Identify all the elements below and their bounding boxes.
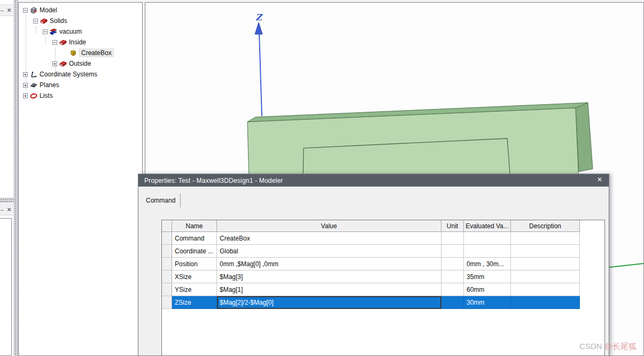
tree-item-model[interactable]: − Model <box>19 5 142 16</box>
collapse-icon[interactable]: − <box>23 8 28 13</box>
tree-item-label[interactable]: Model <box>40 6 57 14</box>
cell-value[interactable]: 0mm ,$Mag[0] ,0mm <box>217 258 441 270</box>
dialog-title: Properties: Test - Maxwell3DDesign1 - Mo… <box>144 177 283 184</box>
cell-unit[interactable] <box>441 296 464 309</box>
table-row[interactable]: Position 0mm ,$Mag[0] ,0mm 0mm , 30m... <box>162 258 604 270</box>
row-header-cell[interactable] <box>162 270 172 283</box>
row-header-cell[interactable] <box>162 258 172 270</box>
cell-name[interactable]: XSize <box>172 270 217 283</box>
tree-item-createbox[interactable]: CreateBox <box>19 48 142 58</box>
tree-item-label[interactable]: Lists <box>40 92 53 99</box>
column-header-unit[interactable]: Unit <box>441 220 464 232</box>
column-header-evaluated[interactable]: Evaluated Va... <box>464 220 511 232</box>
table-row-selected[interactable]: ZSize $Mag[2]/2-$Mag[0] 30mm <box>162 296 604 309</box>
table-row[interactable]: YSize $Mag[1] 60mm <box>162 283 604 296</box>
dialog-tab-strip: Command <box>145 194 181 207</box>
cell-name[interactable]: Command <box>172 232 217 245</box>
collapse-icon[interactable]: − <box>43 29 48 34</box>
cell-value[interactable]: $Mag[3] <box>217 270 441 283</box>
tree-item-planes[interactable]: + Planes <box>19 80 142 90</box>
cell-name[interactable]: YSize <box>172 283 217 296</box>
cell-description[interactable] <box>511 258 580 270</box>
cell-evaluated: 35mm <box>464 270 511 283</box>
cell-value-focused[interactable]: $Mag[2]/2-$Mag[0] <box>217 296 441 309</box>
close-icon[interactable]: ✕ <box>595 176 604 183</box>
cell-value[interactable]: Global <box>217 245 441 258</box>
collapse-icon[interactable]: − <box>33 19 38 24</box>
table-row[interactable]: Command CreateBox <box>162 232 604 245</box>
tree-item-label[interactable]: CreateBox <box>79 49 114 57</box>
tab-command[interactable]: Command <box>145 194 181 207</box>
cell-name[interactable]: Position <box>172 258 217 270</box>
cell-unit[interactable] <box>441 232 464 245</box>
cell-description[interactable] <box>511 296 580 309</box>
close-icon[interactable]: ✕ <box>7 206 12 213</box>
expand-icon[interactable]: + <box>23 72 28 77</box>
cell-unit[interactable] <box>441 283 464 296</box>
tree-item-label[interactable]: Planes <box>40 81 59 89</box>
watermark-suffix: @长尾狐 <box>604 342 637 351</box>
tree-item-label[interactable]: Inside <box>69 38 86 46</box>
solids-icon <box>40 17 48 25</box>
cell-unit[interactable] <box>441 270 464 283</box>
dialog-titlebar[interactable]: Properties: Test - Maxwell3DDesign1 - Mo… <box>138 174 609 187</box>
tree-item-label[interactable]: vacuum <box>59 28 82 35</box>
cell-evaluated <box>464 232 511 245</box>
cell-description[interactable] <box>511 270 580 283</box>
cell-unit[interactable] <box>441 245 464 258</box>
expand-icon[interactable]: + <box>23 94 28 98</box>
cell-description[interactable] <box>511 283 580 296</box>
vertical-splitter[interactable] <box>14 0 18 356</box>
dock-titlebar-bottom: – ✕ <box>0 204 14 215</box>
column-header-name[interactable]: Name <box>172 220 217 232</box>
cell-description[interactable] <box>511 232 580 245</box>
grid-corner-cell <box>162 220 172 232</box>
table-row[interactable]: XSize $Mag[3] 35mm <box>162 270 604 283</box>
dock-pin-icon[interactable]: – <box>1 207 4 213</box>
horizontal-splitter[interactable] <box>0 198 14 203</box>
collapse-icon[interactable]: − <box>52 40 57 45</box>
tree-item-solids[interactable]: − Solids <box>19 16 142 26</box>
z-axis-arrowhead <box>255 22 262 34</box>
tree-item-coordinate-systems[interactable]: + Coordinate Systems <box>19 69 142 80</box>
watermark: CSDN @长尾狐 <box>579 342 637 352</box>
properties-dialog: Properties: Test - Maxwell3DDesign1 - Mo… <box>138 174 609 356</box>
lists-icon <box>30 92 37 99</box>
expand-icon[interactable]: + <box>52 61 57 66</box>
row-header-cell[interactable] <box>162 296 172 309</box>
watermark-prefix: CSDN <box>579 342 604 351</box>
cell-name[interactable]: ZSize <box>172 296 217 309</box>
row-header-cell[interactable] <box>162 283 172 296</box>
tree-item-outside[interactable]: + Outside <box>19 58 142 69</box>
grid-header-row: Name Value Unit Evaluated Va... Descript… <box>162 220 604 232</box>
properties-grid: Name Value Unit Evaluated Va... Descript… <box>161 220 605 356</box>
z-axis-label: Z <box>255 12 262 22</box>
tree-item-label[interactable]: Solids <box>50 17 67 25</box>
model-tree-panel: − Model − Solids − vacuum − Insid <box>18 2 143 356</box>
application-window: – ✕ – ✕ − Model − Solids − <box>0 0 644 356</box>
close-icon[interactable]: ✕ <box>7 7 12 14</box>
cell-name[interactable]: Coordinate ... <box>172 245 217 258</box>
table-row[interactable]: Coordinate ... Global <box>162 245 604 258</box>
tree-item-lists[interactable]: + Lists <box>19 90 142 101</box>
column-header-description[interactable]: Description <box>511 220 580 232</box>
cell-evaluated: 0mm , 30m... <box>464 258 511 270</box>
tree-item-inside[interactable]: − Inside <box>19 37 142 48</box>
dock-titlebar-top: – ✕ <box>0 4 14 16</box>
y-axis-line <box>609 264 643 267</box>
column-header-value[interactable]: Value <box>217 220 441 232</box>
material-icon <box>50 28 57 35</box>
cell-value[interactable]: $Mag[1] <box>217 283 441 296</box>
tree-item-vacuum[interactable]: − vacuum <box>19 26 142 37</box>
cell-unit[interactable] <box>441 258 464 270</box>
row-header-cell[interactable] <box>162 245 172 258</box>
row-header-cell[interactable] <box>162 232 172 245</box>
tree-item-label[interactable]: Coordinate Systems <box>40 71 97 78</box>
cell-description[interactable] <box>511 245 580 258</box>
tree-item-label[interactable]: Outside <box>69 60 91 67</box>
cell-value[interactable]: CreateBox <box>217 232 441 245</box>
dock-pin-icon[interactable]: – <box>1 7 4 13</box>
planes-icon <box>30 81 37 89</box>
dock-content-fragment <box>0 218 12 356</box>
expand-icon[interactable]: + <box>23 83 28 88</box>
